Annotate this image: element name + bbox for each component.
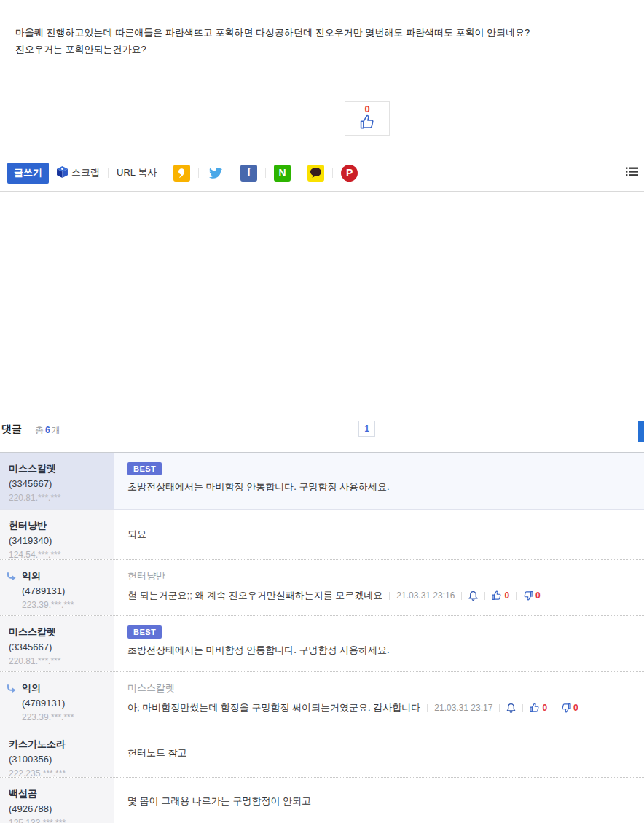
post-content: 마을퀘 진행하고있는데 따른애들은 파란색뜨고 포획하면 다성공하던데 진오우거…	[15, 24, 530, 58]
comment-content-cell: BEST초방전상태에서는 마비함정 안통합니다. 구멍함정 사용하세요.	[114, 616, 644, 671]
comment-dislike-button[interactable]: 0	[523, 590, 541, 601]
reply-arrow-icon	[7, 683, 17, 696]
comment-user-ip: 220.81.***.***	[9, 656, 109, 666]
comments-header: 댓글 총6개 1	[0, 420, 644, 442]
toolbar-divider-line	[0, 191, 644, 192]
best-badge: BEST	[127, 462, 162, 475]
comment-username[interactable]: 익의	[22, 569, 109, 582]
comment-row: 미스스칼렛(3345667)220.81.***.***BEST초방전상태에서는…	[0, 616, 644, 672]
reply-target-username[interactable]: 미스스칼렛	[127, 682, 631, 695]
comment-user-ip: 124.54.***.***	[9, 550, 109, 560]
comment-author-cell: 카스가노소라(3100356)222.235.***.***	[0, 728, 114, 777]
comment-row: 미스스칼렛(3345667)220.81.***.***BEST초방전상태에서는…	[0, 453, 644, 510]
comment-username[interactable]: 미스스칼렛	[9, 462, 109, 475]
comment-row: 익의(4789131)223.39.***.***헌터냥반헐 되는거군요;; 왜…	[0, 560, 644, 616]
comment-row: 백설곰(4926788)125.133.***.***몇 몹이 그래용 나르가는…	[0, 778, 644, 823]
comment-text: 몇 몹이 그래용 나르가는 구멍함정이 안되고	[127, 795, 311, 808]
comment-author-cell: 미스스칼렛(3345667)220.81.***.***	[0, 616, 114, 671]
comment-text-line: 아; 마비함정만썼는데 함정을 구멍함정 써야되는거였군요. 감사합니다21.0…	[127, 701, 631, 714]
report-bell-icon[interactable]	[468, 590, 478, 601]
toolbar-divider	[198, 168, 199, 178]
naver-blog-icon[interactable]: N	[274, 165, 291, 182]
comment-username[interactable]: 백설곰	[9, 787, 109, 800]
comment-dislike-count: 0	[573, 703, 578, 713]
toolbar-divider	[265, 168, 266, 178]
best-badge: BEST	[127, 625, 162, 639]
comment-user-ip: 223.39.***.***	[22, 712, 109, 722]
kakaostory-icon[interactable]	[173, 165, 190, 182]
comment-text-line: 헐 되는거군요;; 왜 계속 진오우거만실패하는지를 모르겠네요21.03.31…	[127, 589, 631, 602]
facebook-icon[interactable]: f	[240, 165, 257, 182]
reply-arrow-icon	[7, 571, 17, 584]
like-count: 0	[364, 104, 369, 114]
url-copy-button[interactable]: URL 복사	[117, 166, 157, 179]
thumbs-up-icon	[360, 114, 375, 133]
scrap-button[interactable]: 스크랩	[57, 166, 100, 180]
meta-divider	[461, 592, 462, 600]
meta-divider	[427, 704, 428, 712]
comment-username[interactable]: 미스스칼렛	[9, 625, 109, 639]
comment-dislike-count: 0	[535, 590, 541, 601]
post-toolbar: 글쓰기 스크랩 URL 복사 fNP	[7, 162, 638, 184]
comment-row: 익의(4789131)223.39.***.***미스스칼렛아; 마비함정만썼는…	[0, 672, 644, 728]
comment-user-id: (3345667)	[9, 641, 109, 652]
comment-user-id: (3419340)	[9, 535, 109, 546]
reply-target-username[interactable]: 헌터냥반	[127, 569, 631, 582]
comment-text: 초방전상태에서는 마비함정 안통합니다. 구멍함정 사용하세요.	[127, 480, 631, 494]
list-view-button[interactable]	[626, 166, 638, 179]
comment-user-id: (3345667)	[9, 478, 109, 489]
meta-divider	[499, 704, 500, 712]
comment-user-id: (4789131)	[22, 585, 109, 596]
comment-user-ip: 223.39.***.***	[22, 600, 109, 610]
comment-author-cell: 백설곰(4926788)125.133.***.***	[0, 778, 114, 823]
list-icon	[626, 166, 638, 179]
report-bell-icon[interactable]	[506, 703, 516, 713]
comment-timestamp: 21.03.31 23:16	[396, 590, 455, 601]
meta-divider	[484, 592, 485, 600]
scrap-label: 스크랩	[71, 166, 100, 179]
comment-text: 되요	[127, 528, 146, 541]
comment-write-button-partial[interactable]	[638, 421, 644, 442]
comment-dislike-button[interactable]: 0	[561, 703, 578, 713]
comment-text: 헌터노트 참고	[127, 746, 187, 760]
comment-like-button[interactable]: 0	[492, 590, 509, 601]
comment-author-cell: 익의(4789131)223.39.***.***	[0, 672, 114, 728]
comment-content-cell: 헌터노트 참고	[114, 728, 644, 777]
comment-user-id: (4926788)	[9, 803, 109, 814]
toolbar-divider	[108, 168, 109, 178]
comment-content-cell: 몇 몹이 그래용 나르가는 구멍함정이 안되고	[114, 778, 644, 823]
comment-user-ip: 222.235.***.***	[9, 768, 109, 779]
comments-total: 총6개	[35, 424, 60, 437]
comment-text: 초방전상태에서는 마비함정 안통합니다. 구멍함정 사용하세요.	[127, 644, 631, 657]
meta-divider	[389, 592, 390, 600]
comment-user-ip: 125.133.***.***	[9, 818, 109, 823]
meta-divider	[522, 704, 523, 712]
post-line: 진오우거는 포획안되는건가요?	[15, 41, 530, 58]
pinterest-icon[interactable]: P	[341, 165, 358, 182]
write-post-button[interactable]: 글쓰기	[7, 163, 49, 184]
comment-user-id: (3100356)	[9, 754, 109, 765]
toolbar-divider	[232, 168, 232, 178]
comment-username[interactable]: 헌터냥반	[9, 519, 109, 532]
comment-row: 헌터냥반(3419340)124.54.***.***되요	[0, 510, 644, 560]
comment-author-cell: 익의(4789131)223.39.***.***	[0, 560, 114, 615]
twitter-icon[interactable]	[207, 165, 224, 182]
comment-content-cell: 미스스칼렛아; 마비함정만썼는데 함정을 구멍함정 써야되는거였군요. 감사합니…	[114, 672, 644, 728]
comment-content-cell: BEST초방전상태에서는 마비함정 안통합니다. 구멍함정 사용하세요.	[114, 453, 644, 509]
comment-user-id: (4789131)	[22, 698, 109, 709]
comment-like-count: 0	[542, 703, 547, 713]
toolbar-divider	[332, 168, 333, 178]
comment-content-cell: 헌터냥반헐 되는거군요;; 왜 계속 진오우거만실패하는지를 모르겠네요21.0…	[114, 560, 644, 615]
comment-author-cell: 헌터냥반(3419340)124.54.***.***	[0, 510, 114, 559]
meta-divider	[516, 592, 517, 600]
post-line: 마을퀘 진행하고있는데 따른애들은 파란색뜨고 포획하면 다성공하던데 진오우거…	[15, 24, 530, 41]
comment-like-button[interactable]: 0	[530, 703, 547, 713]
comment-row: 카스가노소라(3100356)222.235.***.***헌터노트 참고	[0, 728, 644, 778]
comment-username[interactable]: 카스가노소라	[9, 738, 109, 751]
pagination-page-1[interactable]: 1	[358, 421, 375, 437]
like-button[interactable]: 0	[345, 101, 390, 136]
comments-total-count: 6	[44, 425, 52, 435]
comment-text: 아; 마비함정만썼는데 함정을 구멍함정 써야되는거였군요. 감사합니다	[127, 701, 420, 714]
kakaotalk-icon[interactable]	[307, 165, 324, 182]
comment-username[interactable]: 익의	[22, 682, 109, 695]
